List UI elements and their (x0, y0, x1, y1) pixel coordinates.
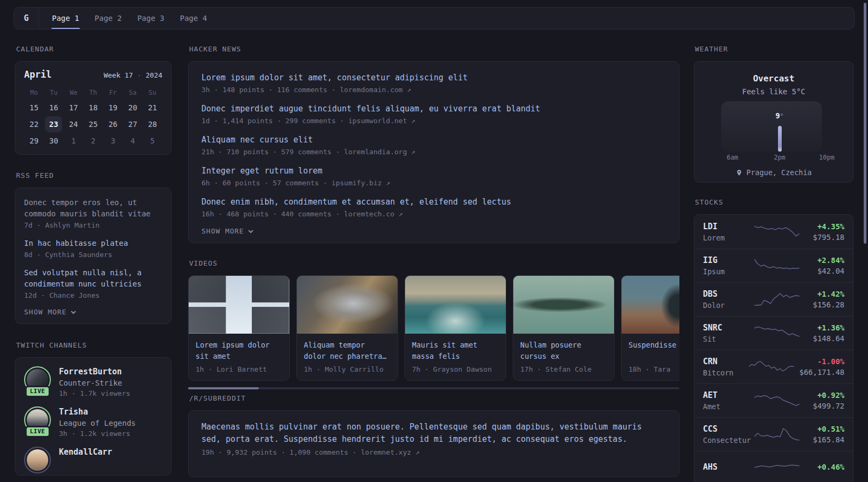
calendar-week-year: Week 17 · 2024 (103, 71, 162, 79)
calendar-day-grid: 1516171819202122232425262728293012345 (24, 100, 162, 149)
rss-item-title[interactable]: Donec tempor eros leo, ut commodo mauris… (24, 197, 162, 220)
stock-price: $148.64 (805, 334, 844, 343)
weather-bar-fill (825, 137, 829, 152)
channel-meta: 1h · 1.7k viewers (59, 389, 130, 397)
weather-bar (762, 102, 774, 162)
stocks-widget: LDI Lorem +4.35% $795.18 IIG Ipsum +2.84… (694, 214, 854, 482)
video-meta: 1h · Molly Carrillo (304, 365, 391, 373)
weather-bar-fill (802, 120, 805, 152)
hackernews-item-meta[interactable]: 3h · 148 points · 116 comments · loremdo… (201, 86, 666, 94)
page-scrollbar[interactable] (864, 3, 866, 244)
video-title[interactable]: Mauris sit amet massa felis (412, 340, 499, 362)
top-nav: G Page 1 Page 2 Page 3 Page 4 (13, 7, 855, 29)
stock-row[interactable]: AHS +0.46% (694, 451, 853, 482)
stock-company: Bitcorn (703, 368, 744, 377)
stocks-section-title: STOCKS (695, 198, 854, 207)
calendar-day: 20 (124, 100, 141, 116)
calendar-weekday-row: MoTuWeThFrSaSu (24, 87, 162, 100)
calendar-day: 28 (144, 116, 161, 132)
stock-row[interactable]: LDI Lorem +4.35% $795.18 (694, 215, 853, 248)
weather-bar: 6am (727, 102, 738, 162)
stock-row[interactable]: DBS Dolor +1.42% $156.28 (694, 282, 853, 316)
calendar-day: 22 (25, 116, 42, 132)
twitch-channel-row[interactable]: LIVE Trisha League of Legends 3h · 1.2k … (24, 406, 162, 438)
video-card[interactable]: Mauris sit amet massa felis 7h · Grayson… (405, 275, 506, 381)
weekday-label: Th (84, 87, 103, 100)
video-meta: 17h · Stefan Cole (520, 365, 607, 373)
hackernews-item: Donec enim nibh, condimentum et accumsan… (201, 196, 666, 218)
hackernews-item-meta[interactable]: 21h · 710 points · 579 comments · loreml… (201, 148, 666, 156)
nav-tab[interactable]: Page 3 (137, 7, 165, 29)
stock-price: $499.72 (805, 402, 844, 410)
hackernews-item-title[interactable]: Aliquam nec cursus elit (201, 134, 666, 146)
carousel-scrollbar-thumb[interactable] (188, 387, 259, 389)
video-thumbnail[interactable] (297, 276, 398, 334)
video-card[interactable]: Suspendisse diam 18h · Tara (621, 275, 679, 381)
stock-row[interactable]: AET Amet +0.92% $499.72 (694, 383, 853, 417)
rss-item-title[interactable]: Sed volutpat nulla nisl, a condimentum n… (24, 267, 162, 290)
subreddit-post-meta[interactable]: 19h · 9,932 points · 1,090 comments · lo… (201, 448, 666, 456)
calendar-day: 21 (144, 100, 161, 116)
nav-tabs: Page 1 Page 2 Page 3 Page 4 (51, 7, 207, 29)
weather-hourly-chart: 6am (703, 102, 844, 162)
stock-symbol: DBS (703, 289, 749, 299)
nav-tab-label: Page 4 (180, 14, 207, 22)
video-card[interactable]: Nullam posuere cursus ex 17h · Stefan Co… (513, 275, 615, 381)
hackernews-item-meta[interactable]: 16h · 468 points · 440 comments · loremt… (201, 210, 666, 218)
stock-symbol: CCS (703, 424, 749, 434)
hackernews-item-meta[interactable]: 1d · 1,414 points · 299 comments · ipsum… (201, 117, 666, 125)
hackernews-item-title[interactable]: Donec imperdiet augue tincidunt felis al… (201, 103, 666, 115)
videos-carousel: Lorem ipsum dolor sit amet consectetu… 1… (188, 275, 679, 381)
subreddit-section-title: /R/SUBREDDIT (189, 394, 679, 403)
nav-tab[interactable]: Page 2 (94, 7, 123, 29)
weather-location: Prague, Czechia (703, 168, 844, 177)
twitch-channel-row[interactable]: KendallCarr (24, 447, 162, 473)
channel-name[interactable]: Trisha (59, 407, 136, 417)
weather-bar-fill (743, 141, 746, 152)
stock-row[interactable]: SNRC Sit +1.36% $148.64 (694, 316, 853, 350)
channel-name[interactable]: ForrestBurton (59, 367, 130, 376)
video-title[interactable]: Lorem ipsum dolor sit amet consectetu… (196, 340, 282, 362)
calendar-day: 18 (85, 100, 102, 116)
subreddit-post-title[interactable]: Maecenas mollis pulvinar erat non posuer… (201, 421, 662, 446)
hackernews-item-title[interactable]: Donec enim nibh, condimentum et accumsan… (201, 196, 666, 208)
hackernews-item-title[interactable]: Integer eget rutrum lorem (201, 165, 666, 177)
nav-tab[interactable]: Page 4 (179, 7, 208, 29)
video-title[interactable]: Aliquam tempor dolor nec pharetra… (304, 340, 391, 362)
video-thumbnail[interactable] (622, 276, 679, 334)
nav-tab[interactable]: Page 1 (51, 7, 80, 29)
stock-company: Amet (703, 402, 749, 411)
stock-sparkline (754, 290, 799, 309)
calendar-day: 1 (65, 133, 82, 149)
video-thumbnail[interactable] (405, 276, 506, 334)
rss-item: Donec tempor eros leo, ut commodo mauris… (24, 197, 162, 229)
rss-show-more-button[interactable]: SHOW MORE (24, 308, 77, 316)
hackernews-show-more-button[interactable]: SHOW MORE (201, 227, 254, 235)
calendar-day: 25 (85, 116, 102, 132)
calendar-day: 23 (45, 116, 62, 132)
hackernews-item-title[interactable]: Lorem ipsum dolor sit amet, consectetur … (201, 72, 666, 84)
rss-item: In hac habitasse platea 8d · Cynthia Sau… (24, 238, 162, 259)
rss-item: Sed volutpat nulla nisl, a condimentum n… (24, 267, 162, 299)
video-thumbnail[interactable] (513, 276, 614, 334)
channel-name[interactable]: KendallCarr (59, 447, 112, 457)
video-title[interactable]: Suspendisse diam (628, 340, 679, 362)
rss-item-title[interactable]: In hac habitasse platea (24, 238, 162, 249)
weather-bar (797, 102, 809, 162)
video-title[interactable]: Nullam posuere cursus ex (520, 340, 607, 362)
stock-row[interactable]: IIG Ipsum +2.84% $42.04 (694, 248, 853, 282)
app-logo[interactable]: G (14, 7, 39, 29)
carousel-scrollbar-track[interactable] (188, 387, 679, 389)
stock-row[interactable]: CRN Bitcorn -1.00% $66,171.48 (694, 350, 853, 383)
video-meta: 7h · Grayson Dawson (412, 365, 499, 373)
video-card[interactable]: Lorem ipsum dolor sit amet consectetu… 1… (188, 275, 290, 381)
video-card[interactable]: Aliquam tempor dolor nec pharetra… 1h · … (296, 275, 398, 381)
stock-symbol: SNRC (703, 323, 749, 333)
weather-bar-fill (754, 137, 758, 152)
hackernews-item-meta[interactable]: 6h · 60 points · 57 comments · ipsumify.… (201, 179, 666, 187)
stock-row[interactable]: CCS Consectetur +0.51% $165.84 (694, 417, 853, 451)
twitch-channel-row[interactable]: LIVE ForrestBurton Counter-Strike 1h · 1… (24, 366, 162, 397)
location-pin-icon (736, 169, 743, 176)
video-thumbnail[interactable] (189, 276, 289, 334)
nav-tab-label: Page 3 (137, 14, 164, 22)
